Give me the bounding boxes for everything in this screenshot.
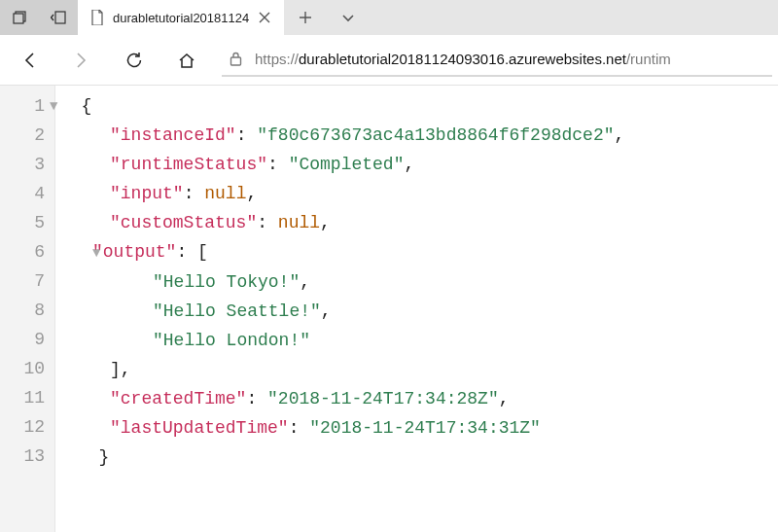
line-number: 2 bbox=[0, 121, 45, 150]
tab-list-button[interactable] bbox=[327, 0, 370, 35]
titlebar: durabletutorial20181124 bbox=[0, 0, 778, 35]
line-number: 10 bbox=[0, 354, 45, 383]
url-scheme: https:// bbox=[255, 51, 299, 67]
svg-rect-2 bbox=[55, 12, 65, 23]
address-bar: https://durabletutorial20181124093016.az… bbox=[0, 35, 778, 86]
refresh-button[interactable] bbox=[111, 35, 158, 86]
line-number: 6 bbox=[0, 237, 45, 266]
line-number: 1 bbox=[0, 91, 45, 121]
close-tab-button[interactable] bbox=[257, 10, 272, 25]
set-aside-tabs-button[interactable] bbox=[39, 0, 78, 35]
code-content[interactable]: ▼ { "instanceId": "f80c673673ac4a13bd886… bbox=[55, 86, 624, 532]
forward-button[interactable] bbox=[58, 35, 105, 86]
line-number: 3 bbox=[0, 150, 45, 179]
home-button[interactable] bbox=[163, 35, 210, 86]
json-viewer: 1 2 3 4 5 6 7 8 9 10 11 12 13 ▼ { "insta… bbox=[0, 86, 778, 532]
new-tab-button[interactable] bbox=[284, 0, 327, 35]
lock-icon bbox=[230, 52, 243, 66]
line-number: 12 bbox=[0, 412, 45, 442]
back-button[interactable] bbox=[6, 35, 53, 86]
line-number: 9 bbox=[0, 325, 45, 354]
line-number: 11 bbox=[0, 383, 45, 412]
line-number-gutter: 1 2 3 4 5 6 7 8 9 10 11 12 13 bbox=[0, 86, 54, 532]
line-number: 4 bbox=[0, 179, 45, 208]
url-path: /runtim bbox=[626, 51, 671, 67]
line-number: 13 bbox=[0, 442, 45, 471]
url-host: durabletutorial20181124093016.azurewebsi… bbox=[299, 51, 626, 67]
tab-title: durabletutorial20181124 bbox=[113, 11, 249, 25]
svg-rect-3 bbox=[231, 57, 241, 65]
line-number: 7 bbox=[0, 266, 45, 296]
restore-window-button[interactable] bbox=[0, 0, 39, 35]
collapse-icon[interactable]: ▼ bbox=[50, 91, 59, 121]
url-text: https://durabletutorial20181124093016.az… bbox=[255, 51, 671, 67]
window-controls bbox=[0, 0, 78, 35]
line-number: 8 bbox=[0, 296, 45, 325]
svg-rect-1 bbox=[14, 14, 23, 23]
active-tab[interactable]: durabletutorial20181124 bbox=[78, 0, 284, 35]
line-number: 5 bbox=[0, 208, 45, 237]
document-icon bbox=[89, 10, 105, 25]
url-input[interactable]: https://durabletutorial20181124093016.az… bbox=[222, 44, 772, 77]
